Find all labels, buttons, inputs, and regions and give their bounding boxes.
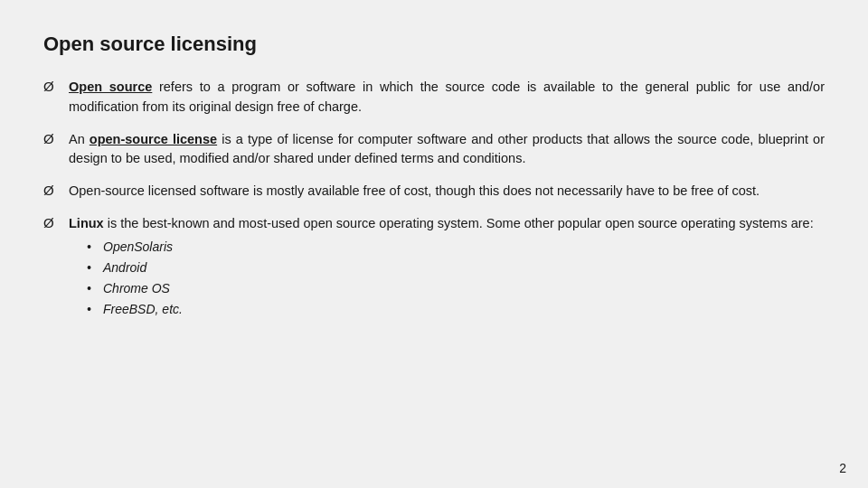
sub-bullet-4: • [87, 300, 96, 319]
bullet-text-3: Open-source licensed software is mostly … [69, 182, 760, 202]
bold-linux: Linux [69, 216, 104, 230]
bullet-arrow-1: Ø [43, 79, 60, 94]
content-area: Ø Open source refers to a program or sof… [43, 78, 825, 319]
bullet-arrow-4: Ø [43, 215, 60, 230]
bold-underline-open-source: Open source [69, 80, 152, 94]
sub-list: • OpenSolaris • Android • Chrome OS • Fr… [87, 238, 814, 319]
sub-item-label-1: OpenSolaris [103, 238, 173, 257]
sub-item-1: • OpenSolaris [87, 238, 814, 257]
sub-item-2: • Android [87, 258, 814, 277]
bullet-text-1: Open source refers to a program or softw… [69, 78, 825, 117]
sub-item-4: • FreeBSD, etc. [87, 300, 814, 319]
slide: Open source licensing Ø Open source refe… [0, 0, 868, 488]
bullet-arrow-3: Ø [43, 183, 60, 198]
bullet-item-4: Ø Linux is the best-known and most-used … [43, 214, 825, 319]
bullet-arrow-2: Ø [43, 131, 60, 146]
sub-item-label-4: FreeBSD, etc. [103, 300, 183, 319]
sub-item-label-3: Chrome OS [103, 279, 170, 298]
sub-bullet-1: • [87, 238, 96, 257]
bullet-text-4: Linux is the best-known and most-used op… [69, 214, 814, 234]
sub-item-3: • Chrome OS [87, 279, 814, 298]
slide-title: Open source licensing [43, 33, 825, 56]
sub-bullet-2: • [87, 258, 96, 277]
bullet-text-2: An open-source license is a type of lice… [69, 130, 825, 170]
bullet-item-3: Ø Open-source licensed software is mostl… [43, 182, 825, 202]
bullet-item-2: Ø An open-source license is a type of li… [43, 130, 825, 170]
sub-item-label-2: Android [103, 258, 146, 277]
bold-underline-license: open-source license [90, 132, 217, 146]
page-number: 2 [839, 461, 846, 475]
sub-bullet-3: • [87, 279, 96, 298]
bullet-item-1: Ø Open source refers to a program or sof… [43, 78, 825, 117]
